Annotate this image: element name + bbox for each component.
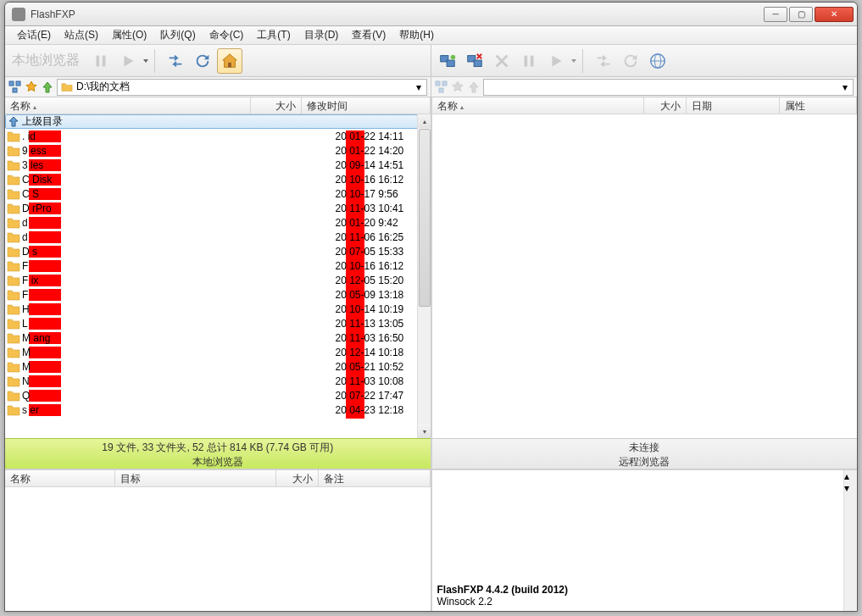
play-button[interactable] [115, 48, 141, 74]
scroll-up-button[interactable]: ▴ [844, 470, 857, 482]
file-row[interactable]: 3 les20 09-14 14:51 [5, 158, 431, 172]
col-name[interactable]: 名称 [5, 470, 115, 486]
dropdown-arrow-icon[interactable]: ▾ [839, 81, 851, 93]
file-row[interactable]: M ang20 11-03 16:50 [5, 330, 431, 345]
menu-queue[interactable]: 队列(Q) [153, 26, 202, 44]
remote-status-line1: 未连接 [432, 441, 858, 455]
globe-button[interactable] [645, 48, 670, 74]
scroll-down-button[interactable]: ▾ [418, 425, 431, 438]
connect-button[interactable] [435, 48, 460, 74]
menu-commands[interactable]: 命令(C) [203, 26, 251, 44]
menu-options[interactable]: 属性(O) [105, 26, 153, 44]
menu-tools[interactable]: 工具(T) [250, 26, 297, 44]
up-icon[interactable] [41, 80, 54, 94]
app-window: FlashFXP ─ ▢ ✕ 会话(E) 站点(S) 属性(O) 队列(Q) 命… [4, 2, 858, 612]
file-row[interactable]: s er20 04-23 12:18 [5, 402, 431, 417]
dropdown-arrow-icon[interactable]: ▾ [413, 81, 425, 93]
refresh-button-remote[interactable] [618, 48, 643, 74]
col-size[interactable]: 大小 [644, 97, 687, 114]
tree-icon[interactable] [8, 80, 22, 94]
local-browser-label: 本地浏览器 [12, 52, 80, 69]
file-row[interactable]: 9 ess20 01-22 14:20 [5, 143, 431, 158]
local-status-line1: 19 文件, 33 文件夹, 52 总计 814 KB (7.74 GB 可用) [5, 441, 431, 455]
dropdown-arrow-icon[interactable] [142, 52, 149, 70]
file-row[interactable]: D s20 07-05 15:33 [5, 244, 431, 258]
file-row[interactable]: d 20 01-20 9:42 [5, 215, 431, 230]
file-row[interactable]: C Disk20 10-16 16:12 [5, 172, 431, 186]
col-size[interactable]: 大小 [251, 97, 302, 114]
scrollbar[interactable]: ▴ ▾ [843, 470, 857, 611]
local-file-list[interactable]: 上级目录. id20 01-22 14:119 ess20 01-22 14:2… [5, 114, 431, 438]
file-row[interactable]: F 20 10-16 16:12 [5, 258, 431, 273]
app-title: FlashFXP [31, 8, 764, 20]
bookmark-icon[interactable] [25, 80, 38, 94]
scrollbar[interactable]: ▴ ▾ [417, 114, 431, 438]
app-icon [12, 8, 25, 21]
remote-path-combo[interactable]: ▾ [483, 79, 854, 96]
file-row[interactable]: C S20 10-17 9:56 [5, 186, 431, 201]
pause-button-remote[interactable] [516, 48, 542, 74]
play-button-remote[interactable] [543, 48, 569, 74]
col-name[interactable]: 名称▴ [432, 97, 644, 114]
parent-dir-row[interactable]: 上级目录 [5, 114, 431, 129]
file-row[interactable]: F 20 05-09 13:18 [5, 287, 431, 302]
scroll-thumb[interactable] [419, 129, 431, 307]
svg-rect-8 [525, 55, 528, 66]
remote-pathbar: ▾ [431, 77, 857, 97]
log-pane: FlashFXP 4.4.2 (build 2012) Winsock 2.2 … [431, 470, 858, 611]
refresh-button[interactable] [190, 48, 215, 74]
bookmark-icon[interactable] [451, 80, 464, 94]
queue-list[interactable] [5, 487, 431, 611]
close-button[interactable]: ✕ [815, 7, 854, 22]
up-icon[interactable] [467, 80, 481, 94]
scroll-up-button[interactable]: ▴ [418, 114, 431, 128]
file-row[interactable]: M 20 12-14 10:18 [5, 345, 431, 359]
menu-sites[interactable]: 站点(S) [58, 26, 105, 44]
svg-rect-14 [16, 81, 20, 86]
col-attr[interactable]: 属性 [780, 97, 858, 114]
file-row[interactable]: D rPro20 11-03 10:41 [5, 201, 431, 215]
local-status: 19 文件, 33 文件夹, 52 总计 814 KB (7.74 GB 可用)… [5, 438, 431, 469]
file-row[interactable]: H 20 10-14 10:19 [5, 302, 431, 316]
tree-icon[interactable] [435, 80, 448, 94]
dropdown-arrow-icon[interactable] [570, 52, 577, 70]
scroll-down-button[interactable]: ▾ [844, 482, 857, 494]
menu-help[interactable]: 帮助(H) [392, 26, 441, 44]
col-date[interactable]: 日期 [687, 97, 780, 114]
svg-rect-7 [474, 60, 481, 66]
menu-directory[interactable]: 目录(D) [298, 26, 346, 44]
menu-session[interactable]: 会话(E) [10, 26, 58, 44]
col-note[interactable]: 备注 [319, 470, 431, 486]
svg-rect-9 [531, 55, 534, 66]
remote-file-list[interactable] [432, 114, 858, 438]
col-size[interactable]: 大小 [276, 470, 319, 486]
transfer-button-remote[interactable] [591, 48, 616, 74]
svg-rect-2 [228, 62, 231, 67]
menu-view[interactable]: 查看(V) [345, 26, 392, 44]
abort-button[interactable] [489, 48, 514, 74]
file-row[interactable]: Q 20 07-22 17:47 [5, 388, 431, 402]
maximize-button[interactable]: ▢ [789, 7, 813, 22]
file-row[interactable]: M 20 05-21 10:52 [5, 359, 431, 374]
file-row[interactable]: d 20 11-06 16:25 [5, 230, 431, 244]
log-text[interactable]: FlashFXP 4.4.2 (build 2012) Winsock 2.2 [432, 470, 844, 611]
svg-rect-15 [13, 88, 17, 92]
home-button[interactable] [217, 48, 242, 74]
local-toolbar: 本地浏览器 [5, 45, 431, 77]
transfer-button[interactable] [163, 48, 188, 74]
col-date[interactable]: 修改时间 [302, 97, 431, 114]
pause-button[interactable] [88, 48, 114, 74]
disconnect-button[interactable] [462, 48, 487, 74]
file-row[interactable]: N 20 11-03 10:08 [5, 374, 431, 388]
titlebar[interactable]: FlashFXP ─ ▢ ✕ [5, 3, 857, 26]
minimize-button[interactable]: ─ [764, 7, 787, 22]
col-target[interactable]: 目标 [115, 470, 276, 486]
local-path-combo[interactable]: D:\我的文档 ▾ [57, 79, 427, 96]
local-status-line2: 本地浏览器 [5, 455, 431, 469]
col-name[interactable]: 名称▴ [5, 97, 251, 114]
remote-status-line2: 远程浏览器 [432, 455, 858, 469]
file-row[interactable]: L 20 11-13 13:05 [5, 316, 431, 330]
svg-rect-0 [97, 55, 100, 66]
file-row[interactable]: F ix20 12-05 15:20 [5, 273, 431, 287]
file-row[interactable]: . id20 01-22 14:11 [5, 129, 431, 143]
